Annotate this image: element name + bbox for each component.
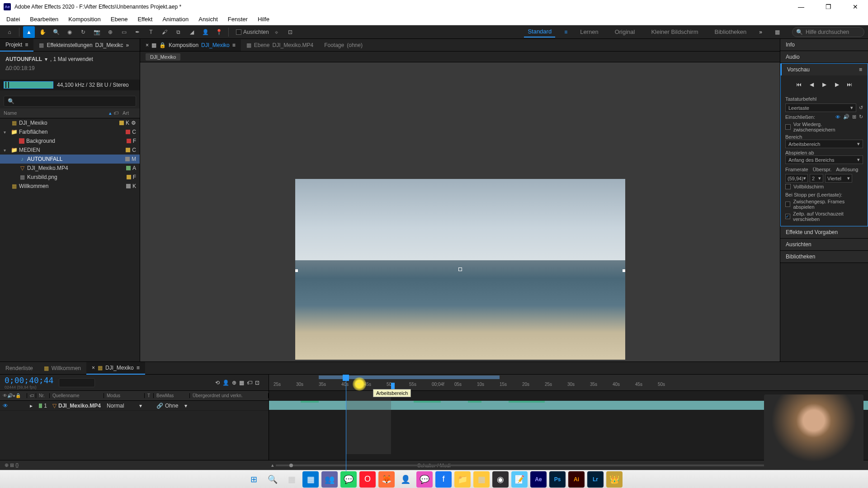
menu-ebene[interactable]: Ebene (106, 15, 132, 23)
help-search[interactable]: 🔍 Hilfe durchsuchen (792, 27, 864, 37)
handle-right[interactable] (623, 269, 625, 272)
last-frame-button[interactable]: ⏭ (845, 80, 854, 89)
menu-ansicht[interactable]: Ansicht (194, 15, 222, 23)
workspace-kleiner[interactable]: Kleiner Bildschirm (647, 27, 702, 37)
pan-behind-tool[interactable]: ⊕ (104, 26, 116, 38)
workspace-lernen[interactable]: Lernen (576, 27, 602, 37)
workspace-menu-icon[interactable]: ≡ (564, 29, 567, 35)
menu-effekt[interactable]: Effekt (133, 15, 157, 23)
menu-animation[interactable]: Animation (158, 15, 193, 23)
workspace-standard[interactable]: Standard (524, 26, 555, 38)
minimize-button[interactable]: — (792, 0, 810, 14)
tl-icon[interactable]: ⊕ (232, 380, 236, 386)
puppet-tool[interactable]: 📍 (213, 26, 225, 38)
roto-tool[interactable]: 👤 (199, 26, 211, 38)
audio-panel-header[interactable]: Audio (780, 51, 868, 63)
ai-taskbar-icon[interactable]: Ai (568, 471, 585, 488)
align-check[interactable]: Ausrichten (236, 29, 269, 35)
effects-panel-header[interactable]: Effekte und Vorgaben (780, 226, 868, 238)
audio-icon[interactable]: 🔊 (843, 114, 849, 120)
preview-panel-header[interactable]: Vorschau≡ (781, 64, 868, 75)
loop-icon[interactable]: ↻ (859, 114, 863, 120)
orbit-tool[interactable]: ◉ (64, 26, 75, 38)
tree-item[interactable]: ▽ DJI_Mexiko.MP4 A (0, 164, 140, 173)
tl-icon[interactable]: 🏷 (247, 380, 252, 386)
overlay-icon[interactable]: ⊞ (852, 114, 856, 120)
firefox-icon[interactable]: 🦊 (378, 471, 395, 488)
highlight-marker[interactable]: ↔ (353, 377, 366, 391)
snap-icon-2[interactable]: ⊡ (284, 26, 296, 38)
info-panel-header[interactable]: Info (780, 39, 868, 51)
libraries-panel-header[interactable]: Bibliotheken (780, 251, 868, 263)
lr-taskbar-icon[interactable]: Lr (587, 471, 604, 488)
menu-bearbeiten[interactable]: Bearbeiten (25, 15, 63, 23)
fullscreen-check[interactable]: Vollbildschirm (785, 184, 863, 189)
tl-footer-icons[interactable]: ⊕ ⊞ {} (5, 462, 19, 468)
obs-icon[interactable]: ◉ (492, 471, 509, 488)
footage-tab[interactable]: Footage (ohne) (319, 39, 368, 51)
workspace-overflow-icon[interactable]: » (759, 29, 762, 35)
tree-item-selected[interactable]: ♪ AUTOUNFALL M (0, 155, 140, 164)
menu-fenster[interactable]: Fenster (223, 15, 252, 23)
tree-item[interactable]: ▦ DJI_Mexiko K⚙ (0, 118, 140, 127)
ps-taskbar-icon[interactable]: Ps (549, 471, 566, 488)
menu-hilfe[interactable]: Hilfe (253, 15, 274, 23)
handle-left[interactable] (295, 269, 298, 272)
zoom-out-icon[interactable]: ▴ (271, 462, 274, 468)
cached-frames-check[interactable]: Zwischengesp. Frames abspielen (785, 199, 863, 210)
snap-icon[interactable]: ⟐ (271, 26, 283, 38)
teams-icon[interactable]: 👥 (321, 471, 338, 488)
timeline-layer[interactable]: 👁 ▸ 1 ▽DJI_Mexiko.MP4 Normal▾ 🔗Ohne▾ (0, 401, 269, 411)
eraser-tool[interactable]: ◢ (186, 26, 198, 38)
project-search[interactable]: 🔍 (4, 96, 136, 107)
facebook-icon[interactable]: f (435, 471, 452, 488)
video-icon[interactable]: 👁 (835, 114, 840, 120)
play-button[interactable]: ▶ (820, 80, 829, 89)
whatsapp-icon[interactable]: 💬 (340, 471, 357, 488)
workspace-bibliotheken[interactable]: Bibliotheken (711, 27, 750, 37)
reset-icon[interactable]: ↺ (859, 105, 863, 111)
app-icon[interactable]: 👤 (397, 471, 414, 488)
opera-icon[interactable]: O (359, 471, 376, 488)
skip-input[interactable]: 2▾ (810, 174, 823, 183)
tree-item[interactable]: ▾📁 MEDIEN C (0, 145, 140, 155)
align-panel-header[interactable]: Ausrichten (780, 239, 868, 250)
messenger-icon[interactable]: 💬 (416, 471, 433, 488)
playhead[interactable] (343, 375, 349, 381)
app-icon[interactable]: ▦ (473, 471, 490, 488)
close-button[interactable]: ✕ (846, 0, 864, 14)
tree-item[interactable]: ▦ Kursbild.png F (0, 173, 140, 182)
timeline-comp-tab[interactable]: ×▦DJI_Mexiko≡ (86, 362, 145, 375)
ae-taskbar-icon[interactable]: Ae (530, 471, 547, 488)
layer-tab[interactable]: ▦Ebene DJI_Mexiko.MP4 (241, 39, 319, 51)
anchor-point-icon[interactable] (458, 267, 462, 271)
breadcrumb-item[interactable]: DJI_Mexiko (146, 53, 180, 61)
shortcut-select[interactable]: Leertaste▾ (785, 103, 856, 112)
welcome-tab[interactable]: ▦Willkommen (38, 362, 86, 374)
selection-tool[interactable]: ▲ (23, 26, 35, 38)
workspace-original[interactable]: Original (611, 27, 639, 37)
workspace-button[interactable]: ▦ (771, 26, 783, 38)
tree-item[interactable]: ▾📁 Farbflächen C (0, 127, 140, 136)
timeline-ruler[interactable]: 25s 30s 35s 40s 45s 50s 55s 00;04f 05s 1… (269, 375, 868, 391)
clone-tool[interactable]: ⧉ (172, 26, 184, 38)
playfrom-select[interactable]: Anfang des Bereichs▾ (785, 155, 863, 164)
menu-datei[interactable]: Datei (2, 15, 24, 23)
pen-tool[interactable]: ✒ (132, 26, 143, 38)
task-view-button[interactable]: ▦ (283, 471, 300, 488)
rotate-tool[interactable]: ↻ (77, 26, 89, 38)
tree-item[interactable]: Background F (0, 136, 140, 145)
move-time-check[interactable]: Zeitp. auf Vorschauzeit verschieben (785, 211, 863, 222)
work-area-end[interactable] (391, 383, 395, 389)
timeline-timecode[interactable]: 0;00;40;44 (5, 375, 53, 385)
hand-tool[interactable]: ✋ (37, 26, 48, 38)
next-frame-button[interactable]: ▶ (832, 80, 841, 89)
tl-icon[interactable]: 👤 (222, 380, 229, 386)
notepad-icon[interactable]: 📝 (511, 471, 528, 488)
tl-icon[interactable]: ▦ (239, 380, 244, 386)
camera-tool[interactable]: 📷 (91, 26, 103, 38)
prev-frame-button[interactable]: ◀ (807, 80, 816, 89)
zoom-tool[interactable]: 🔍 (50, 26, 62, 38)
comp-tab[interactable]: ×▦🔒 Komposition DJI_Mexiko ≡ (140, 39, 241, 51)
brush-tool[interactable]: 🖌 (159, 26, 170, 38)
